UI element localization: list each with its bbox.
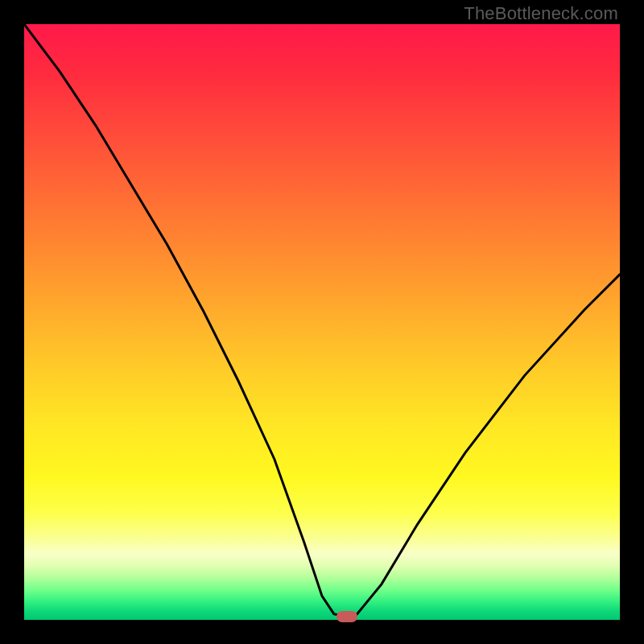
chart-frame: TheBottleneck.com bbox=[0, 0, 644, 644]
plot-area bbox=[24, 24, 620, 620]
heat-gradient-background bbox=[24, 24, 620, 620]
watermark-text: TheBottleneck.com bbox=[464, 3, 618, 24]
optimum-marker bbox=[336, 611, 357, 622]
